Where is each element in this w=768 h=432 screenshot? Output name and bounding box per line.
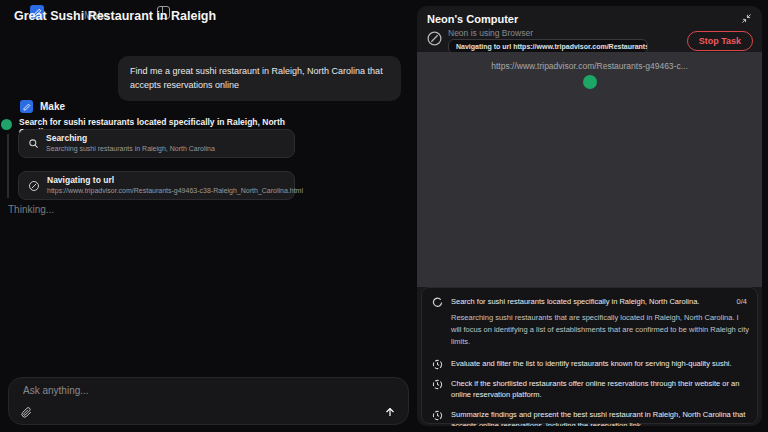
computer-panel: Neon's Computer Neon is using Browser Na…	[417, 6, 762, 426]
action-title: Searching	[46, 133, 215, 144]
timeline-connector	[7, 134, 9, 198]
page-title: Great Sushi Restaurant in Raleigh	[14, 9, 216, 23]
make-logo-icon	[20, 100, 33, 113]
task-text: Search for sushi restaurants located spe…	[451, 297, 729, 308]
task-row[interactable]: Evaluate and filter the list to identify…	[432, 359, 747, 370]
pencil-icon	[23, 103, 31, 111]
stop-task-button[interactable]: Stop Task	[687, 31, 753, 51]
clock-icon	[432, 359, 443, 370]
chat-composer[interactable]	[8, 377, 409, 425]
task-text: Summarize findings and present the best …	[451, 410, 747, 426]
loading-dot	[583, 75, 597, 89]
task-text: Evaluate and filter the list to identify…	[451, 359, 747, 370]
search-icon	[28, 138, 39, 149]
task-progress: 0/4	[737, 297, 747, 306]
browser-viewport[interactable]: https://www.tripadvisor.com/Restaurants-…	[417, 52, 762, 287]
action-card-searching[interactable]: Searching Searching sushi restaurants in…	[18, 129, 295, 158]
agent-header: Make	[20, 100, 65, 113]
chat-input[interactable]	[23, 385, 323, 396]
send-icon[interactable]	[384, 406, 396, 418]
navigate-icon	[28, 180, 40, 192]
task-row[interactable]: Summarize findings and present the best …	[432, 410, 747, 426]
spinner-icon	[432, 297, 443, 308]
browser-icon	[426, 30, 443, 47]
task-row[interactable]: Check if the shortlisted restaurants off…	[432, 379, 747, 401]
agent-status-text: Neon is using Browser	[448, 28, 533, 38]
task-detail: Researching sushi restaurants that are s…	[451, 312, 751, 348]
task-row[interactable]: Search for sushi restaurants located spe…	[432, 297, 747, 308]
agent-name: Make	[40, 101, 65, 112]
thinking-status: Thinking...	[8, 204, 54, 215]
user-message-bubble: Find me a great sushi restaraunt in Rale…	[118, 56, 401, 101]
viewport-url: https://www.tripadvisor.com/Restaurants-…	[417, 61, 762, 71]
action-detail: Searching sushi restaurants in Raleigh, …	[46, 144, 215, 153]
action-card-navigating[interactable]: Navigating to url https://www.tripadviso…	[18, 171, 295, 200]
paperclip-icon[interactable]	[21, 407, 32, 418]
task-list: Search for sushi restaurants located spe…	[421, 287, 758, 424]
step-status-dot	[1, 119, 12, 130]
task-text: Check if the shortlisted restaurants off…	[451, 379, 747, 401]
collapse-icon[interactable]	[741, 13, 752, 24]
action-title: Navigating to url	[47, 175, 303, 186]
clock-icon	[432, 379, 443, 390]
clock-icon	[432, 410, 443, 421]
computer-panel-title: Neon's Computer	[427, 13, 518, 25]
action-detail: https://www.tripadvisor.com/Restaurants-…	[47, 186, 303, 195]
